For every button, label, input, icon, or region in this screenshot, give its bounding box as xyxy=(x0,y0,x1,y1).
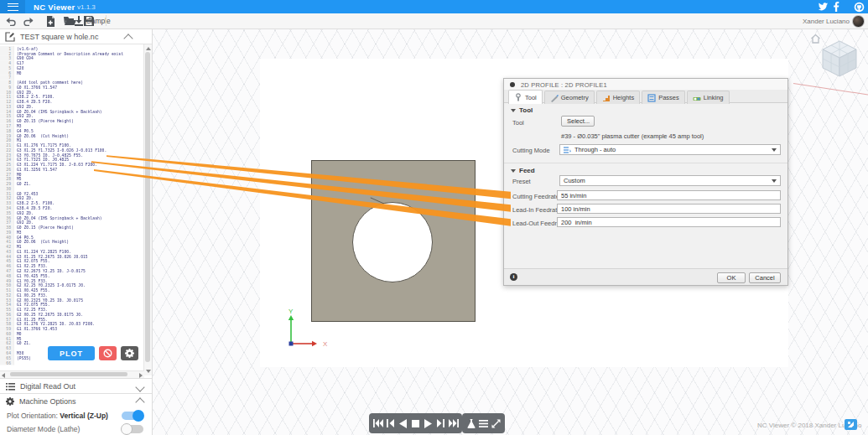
cutting-mode-label: Cutting Mode xyxy=(512,147,550,154)
2d-profile-dialog: 2D PROFILE : 2D PROFILE1 ToolGeometryHei… xyxy=(503,78,788,286)
view-cube[interactable] xyxy=(821,39,858,78)
play-button[interactable] xyxy=(422,413,434,433)
scroll-down-icon[interactable] xyxy=(146,370,151,373)
gcode-text: G0 Z0.06 (Cut Height) xyxy=(14,240,69,245)
gcode-line[interactable]: 66 xyxy=(0,360,144,365)
chevron-down-icon xyxy=(137,379,143,394)
file-header[interactable]: TEST square w hole.nc xyxy=(0,30,152,44)
cutting-mode-select[interactable]: Through - auto xyxy=(559,144,781,155)
step-forward-button[interactable] xyxy=(434,413,447,433)
top-navbar: NC Viewer v1.1.3 xyxy=(0,0,868,13)
gcode-editor[interactable]: 1(v1.6-af)2(Program Comment or Descripti… xyxy=(0,44,144,375)
section-collapse-icon xyxy=(511,109,516,112)
y-axis-label: Y xyxy=(288,308,294,315)
dialog-footer: i OK Cancel xyxy=(504,268,787,285)
digital-readout-label: Digital Read Out xyxy=(20,382,75,391)
cancel-button[interactable]: Cancel xyxy=(749,272,781,283)
redo-icon[interactable] xyxy=(22,15,35,27)
download-icon xyxy=(74,16,84,26)
digital-readout-section[interactable]: Digital Read Out xyxy=(0,378,152,394)
tab-passes[interactable]: Passes xyxy=(642,91,685,104)
tab-geometry[interactable]: Geometry xyxy=(544,91,595,104)
list-icon[interactable] xyxy=(477,413,490,433)
step-back-button[interactable] xyxy=(384,413,397,433)
home-view-icon[interactable] xyxy=(810,34,821,44)
facebook-icon[interactable] xyxy=(832,2,843,12)
machine-options-label: Machine Options xyxy=(19,397,76,406)
viewer-tools xyxy=(462,413,505,433)
language-badge-icon[interactable] xyxy=(845,419,857,430)
collapse-editor-icon[interactable] xyxy=(123,34,133,43)
cutting-feedrate-label: Cutting Feedrate xyxy=(512,193,559,200)
cutting-feedrate-input[interactable] xyxy=(557,190,781,200)
scroll-up-icon[interactable] xyxy=(146,47,151,50)
ok-button[interactable]: OK xyxy=(717,272,746,283)
stop-button[interactable] xyxy=(409,413,422,433)
select-tool-button[interactable]: Select... xyxy=(561,116,595,127)
editor-vertical-scrollbar[interactable] xyxy=(143,44,152,375)
geometry-tab-icon xyxy=(550,94,559,102)
sample-label: Sample xyxy=(86,17,111,25)
undo-icon[interactable] xyxy=(3,15,17,27)
diameter-mode-toggle[interactable] xyxy=(122,425,143,433)
preset-select[interactable]: Custom xyxy=(559,175,781,186)
machine-options-section[interactable]: Machine Options xyxy=(0,393,152,409)
line-number: 66 xyxy=(0,360,14,365)
twitter-icon[interactable] xyxy=(818,2,829,12)
app-version: v1.1.3 xyxy=(77,3,96,11)
feed-section-title: Feed xyxy=(519,167,535,174)
tab-label: Passes xyxy=(658,94,679,101)
tab-label: Heights xyxy=(613,94,634,101)
x-axis-label: X xyxy=(323,340,328,348)
flask-icon[interactable] xyxy=(465,413,477,433)
scroll-right-icon[interactable] xyxy=(139,373,143,378)
gcode-lines: 1(v1.6-af)2(Program Comment or Descripti… xyxy=(0,46,144,365)
editor-settings-button[interactable] xyxy=(121,346,138,360)
tool-section-header[interactable]: Tool xyxy=(511,106,533,114)
load-sample-button[interactable]: Sample xyxy=(70,14,114,28)
tool-tab-icon xyxy=(514,93,522,101)
gcode-text: G0 Z0.06 (Cut Height) xyxy=(14,133,69,138)
gcode-text: G0 Z0.15 (Pierce Height) xyxy=(14,118,74,123)
main-toolbar: Sample Xander Luciano xyxy=(0,13,868,29)
plotted-circle-hole xyxy=(352,202,433,282)
dialog-title-bar[interactable]: 2D PROFILE : 2D PROFILE1 xyxy=(504,79,787,91)
heights-tab-icon xyxy=(602,94,611,102)
skip-to-start-button[interactable] xyxy=(372,413,384,433)
play-reverse-button[interactable] xyxy=(397,413,409,433)
tab-tool[interactable]: Tool xyxy=(508,90,543,104)
cutting-mode-icon xyxy=(563,146,571,154)
user-avatar[interactable] xyxy=(852,15,865,28)
horizontal-scroll-thumb[interactable] xyxy=(10,372,127,376)
operation-bullet-icon xyxy=(510,82,515,87)
lead-out-feedrate-input[interactable] xyxy=(557,217,781,227)
editor-horizontal-scrollbar[interactable] xyxy=(0,370,144,378)
plot-orientation-toggle[interactable] xyxy=(122,412,143,420)
plot-button[interactable]: PLOT xyxy=(48,346,95,360)
gcode-panel: TEST square w hole.nc 1(v1.6-af)2(Progra… xyxy=(0,28,153,435)
new-file-icon[interactable] xyxy=(44,15,57,27)
tab-linking[interactable]: Linking xyxy=(687,91,730,104)
feed-section-header[interactable]: Feed xyxy=(511,167,535,174)
stop-plot-button[interactable] xyxy=(99,346,117,360)
chevron-down-icon xyxy=(772,179,777,183)
filename-label: TEST square w hole.nc xyxy=(20,33,98,41)
tab-heights[interactable]: Heights xyxy=(596,91,640,104)
app-title: NC Viewer xyxy=(34,3,75,12)
tool-description: #39 - Ø0.035" plasma cutter (example 45 … xyxy=(561,132,704,140)
edit-filename-icon[interactable] xyxy=(5,32,15,42)
github-icon[interactable] xyxy=(854,2,865,12)
skip-to-end-button[interactable] xyxy=(447,413,460,433)
gcode-text: G0 Z0.15 (Pierce Height) xyxy=(14,225,74,230)
dialog-title: 2D PROFILE : 2D PROFILE1 xyxy=(521,81,607,89)
hamburger-menu-icon[interactable] xyxy=(0,0,25,13)
scroll-left-icon[interactable] xyxy=(2,373,5,378)
gear-icon xyxy=(125,349,134,358)
info-icon[interactable]: i xyxy=(510,273,517,281)
expand-icon[interactable] xyxy=(490,413,502,433)
plotted-square-part xyxy=(311,160,476,322)
lead-in-feedrate-input[interactable] xyxy=(557,204,781,214)
list-icon xyxy=(6,383,15,391)
vertical-scroll-thumb[interactable] xyxy=(145,52,150,362)
plot-orientation-value: Vertical (Z-Up) xyxy=(60,412,108,420)
